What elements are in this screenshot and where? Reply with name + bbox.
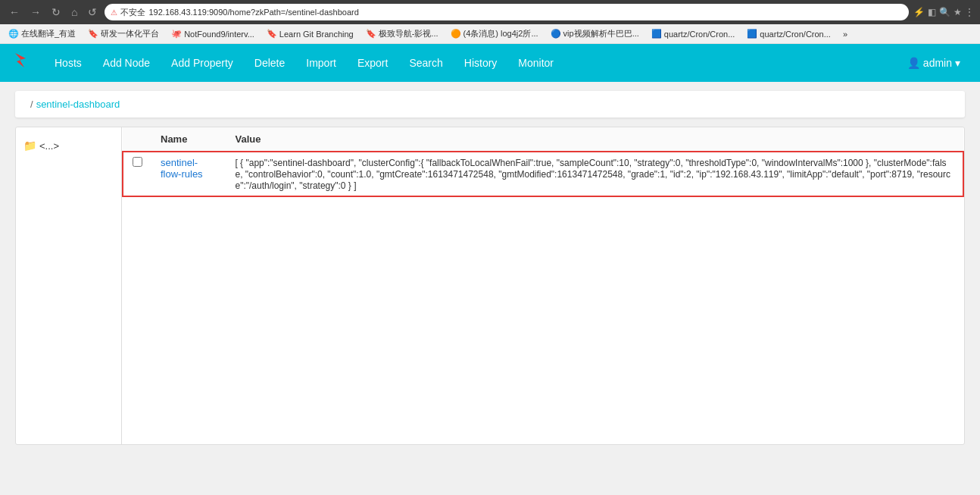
bookmark-quartz1[interactable]: 🟦 quartz/Cron/Cron... (648, 27, 739, 40)
table-header: Name Value (123, 127, 963, 152)
home-button[interactable]: ⌂ (68, 5, 80, 20)
main-content: 📁 <...> Name Value (15, 127, 965, 445)
data-table-area[interactable]: Name Value sentinel-flow-rules (122, 127, 964, 444)
browser-action-buttons: ⚡ ◧ 🔍 ★ ⋮ (913, 7, 974, 17)
security-label: 不安全 (120, 7, 145, 18)
nav-add-node[interactable]: Add Node (92, 44, 161, 82)
logo-svg (9, 49, 32, 72)
bookmark-github[interactable]: 🐙 NotFound9/interv... (167, 27, 258, 40)
bookmarks-bar: 🌐 在线翻译_有道 🔖 研发一体化平台 🐙 NotFound9/interv..… (0, 24, 980, 44)
svg-marker-0 (15, 53, 26, 67)
bookmark-nav[interactable]: 🔖 极致导航-影视... (362, 27, 442, 41)
cast-icon[interactable]: ◧ (928, 7, 936, 17)
bookmark-devplatform[interactable]: 🔖 研发一体化平台 (84, 27, 163, 41)
bookmark-icon-vip: 🔵 (551, 29, 561, 39)
breadcrumb: / sentinel-dashboard (15, 91, 965, 117)
user-menu[interactable]: 👤 admin ▾ (897, 44, 971, 82)
bookmark-icon-dev: 🔖 (88, 29, 98, 39)
nav-hosts[interactable]: Hosts (44, 44, 92, 82)
dropdown-arrow-icon: ▾ (955, 57, 960, 69)
search-lens-icon[interactable]: 🔍 (939, 7, 950, 17)
bookmark-gitbranching[interactable]: 🔖 Learn Git Branching (263, 27, 357, 40)
bookmark-icon-quartz2: 🟦 (747, 29, 757, 39)
data-table: Name Value sentinel-flow-rules (122, 127, 964, 197)
user-icon: 👤 (907, 57, 920, 69)
table-row: sentinel-flow-rules [ { "app":"sentinel-… (123, 152, 963, 196)
nav-import[interactable]: Import (295, 44, 347, 82)
nav-monitor[interactable]: Monitor (507, 44, 564, 82)
more-icon[interactable]: ⋮ (965, 7, 974, 17)
bookmark-icon-git: 🔖 (267, 29, 277, 39)
back-button[interactable]: ← (6, 5, 23, 20)
bookmark-icon-translate: 🌐 (8, 29, 19, 39)
browser-chrome: ← → ↻ ⌂ ↺ ⚠ 不安全 192.168.43.119:9090/home… (0, 0, 980, 24)
bookmark-icon-log4j: 🟠 (451, 29, 461, 39)
lock-icon: ⚠ (111, 8, 117, 17)
bookmark-icon[interactable]: ★ (953, 7, 962, 17)
breadcrumb-link[interactable]: sentinel-dashboard (36, 99, 120, 110)
address-text: 192.168.43.119:9090/home?zkPath=/sentine… (148, 8, 358, 17)
row-checkbox-input[interactable] (133, 157, 142, 167)
bookmark-more[interactable]: » (839, 28, 851, 40)
row-checkbox-cell[interactable] (123, 152, 151, 196)
history-back-button[interactable]: ↺ (85, 5, 100, 20)
nav-add-property[interactable]: Add Property (161, 44, 244, 82)
forward-button[interactable]: → (27, 5, 44, 20)
col-header-value: Value (226, 127, 963, 152)
reload-button[interactable]: ↻ (48, 5, 64, 20)
bookmark-quartz2[interactable]: 🟦 quartz/Cron/Cron... (743, 27, 835, 40)
row-name-cell: sentinel-flow-rules (151, 152, 226, 196)
bookmark-vip[interactable]: 🔵 vip视频解析牛巴巴... (547, 27, 643, 41)
bookmark-icon-quartz1: 🟦 (651, 29, 662, 39)
lightning-icon[interactable]: ⚡ (913, 7, 925, 17)
row-value-cell: [ { "app":"sentinel-dashboard", "cluster… (226, 152, 963, 196)
bookmark-icon-nav: 🔖 (366, 29, 376, 39)
nav-delete[interactable]: Delete (244, 44, 295, 82)
app-navbar: Hosts Add Node Add Property Delete Impor… (0, 44, 980, 82)
col-header-checkbox (123, 127, 151, 152)
tree-node-label: <...> (39, 140, 59, 152)
row-name-link[interactable]: sentinel-flow-rules (161, 157, 203, 180)
nav-export[interactable]: Export (347, 44, 398, 82)
row-value-text: [ { "app":"sentinel-dashboard", "cluster… (235, 158, 950, 191)
bookmark-log4j[interactable]: 🟠 (4条消息) log4j2所... (447, 27, 542, 41)
address-bar[interactable]: ⚠ 不安全 192.168.43.119:9090/home?zkPath=/s… (105, 4, 909, 20)
folder-icon: 📁 (23, 139, 36, 152)
nav-history[interactable]: History (454, 44, 508, 82)
bookmark-translate[interactable]: 🌐 在线翻译_有道 (5, 27, 80, 41)
nav-search[interactable]: Search (398, 44, 453, 82)
col-header-name: Name (151, 127, 226, 152)
app-logo (9, 49, 32, 77)
breadcrumb-sep: / (30, 99, 33, 110)
tree-sidebar: 📁 <...> (16, 127, 122, 444)
bookmark-icon-github: 🐙 (171, 29, 182, 39)
tree-node-root[interactable]: 📁 <...> (16, 135, 121, 156)
